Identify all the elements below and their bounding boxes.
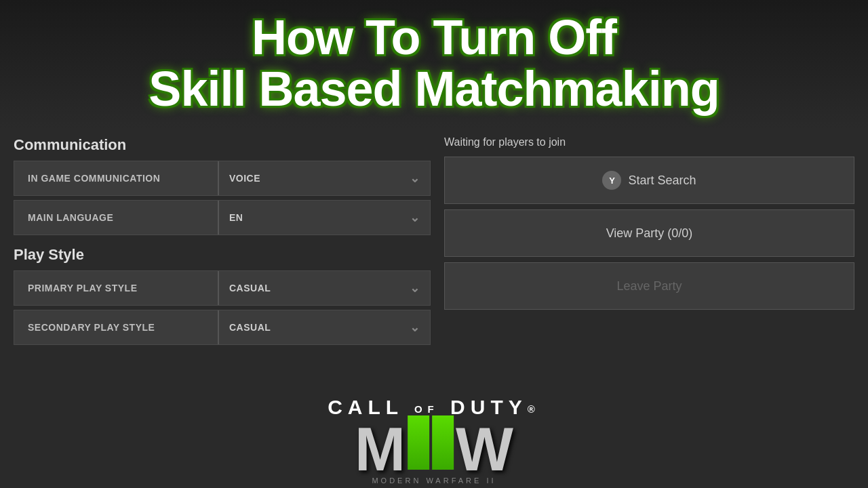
main-language-label: MAIN LANGUAGE (14, 212, 218, 223)
secondary-play-style-label: SECONDARY PLAY STYLE (14, 322, 218, 333)
communication-section-title: Communication (14, 136, 431, 154)
mw2-letter-w: W (456, 424, 513, 476)
main-language-value-text: EN (229, 212, 243, 223)
left-panel: Communication IN GAME COMMUNICATION VOIC… (14, 136, 431, 349)
view-party-button[interactable]: View Party (0/0) (444, 209, 854, 257)
main-language-row[interactable]: MAIN LANGUAGE EN ⌄ (14, 200, 431, 235)
chevron-down-icon4: ⌄ (410, 320, 420, 335)
secondary-play-style-value[interactable]: CASUAL ⌄ (219, 320, 430, 335)
chevron-down-icon: ⌄ (410, 171, 420, 186)
primary-play-style-label: PRIMARY PLAY STYLE (14, 283, 218, 293)
leave-party-label: Leave Party (616, 279, 682, 293)
primary-play-style-value[interactable]: CASUAL ⌄ (219, 281, 430, 296)
mw2-bar-1 (408, 415, 429, 470)
play-style-section-title: Play Style (14, 246, 431, 264)
chevron-down-icon2: ⌄ (410, 210, 420, 225)
logo-area: CALL OF DUTY® M W MODERN WARFARE II (328, 396, 540, 488)
title-area: How To Turn Off Skill Based Matchmaking (0, 0, 868, 128)
main-language-value[interactable]: EN ⌄ (219, 210, 430, 225)
in-game-communication-row[interactable]: IN GAME COMMUNICATION VOICE ⌄ (14, 161, 431, 196)
mw2-subtitle: MODERN WARFARE II (372, 476, 496, 485)
right-panel: Waiting for players to join Y Start Sear… (444, 136, 854, 349)
primary-play-style-row[interactable]: PRIMARY PLAY STYLE CASUAL ⌄ (14, 270, 431, 306)
mw2-logo: M W (355, 415, 513, 475)
main-title: How To Turn Off Skill Based Matchmaking (14, 12, 854, 115)
start-search-label: Start Search (628, 174, 696, 188)
secondary-play-style-row[interactable]: SECONDARY PLAY STYLE CASUAL ⌄ (14, 310, 431, 345)
title-line2: Skill Based Matchmaking (149, 62, 719, 116)
mw2-bar-2 (432, 415, 454, 470)
secondary-play-style-value-text: CASUAL (229, 322, 271, 333)
content-area: Communication IN GAME COMMUNICATION VOIC… (0, 128, 868, 349)
in-game-communication-label: IN GAME COMMUNICATION (14, 173, 218, 184)
mw2-letter-m: M (355, 424, 406, 476)
waiting-text: Waiting for players to join (444, 136, 854, 148)
title-line1: How To Turn Off (252, 10, 616, 64)
chevron-down-icon3: ⌄ (410, 281, 420, 296)
y-button-icon: Y (602, 171, 621, 190)
mw2-bars (408, 415, 454, 470)
play-style-section: Play Style PRIMARY PLAY STYLE CASUAL ⌄ S… (14, 246, 431, 345)
start-search-button[interactable]: Y Start Search (444, 157, 854, 204)
in-game-communication-value[interactable]: VOICE ⌄ (219, 171, 430, 186)
in-game-communication-value-text: VOICE (229, 173, 260, 184)
primary-play-style-value-text: CASUAL (229, 283, 271, 293)
view-party-label: View Party (0/0) (606, 226, 693, 241)
leave-party-button[interactable]: Leave Party (444, 262, 854, 310)
